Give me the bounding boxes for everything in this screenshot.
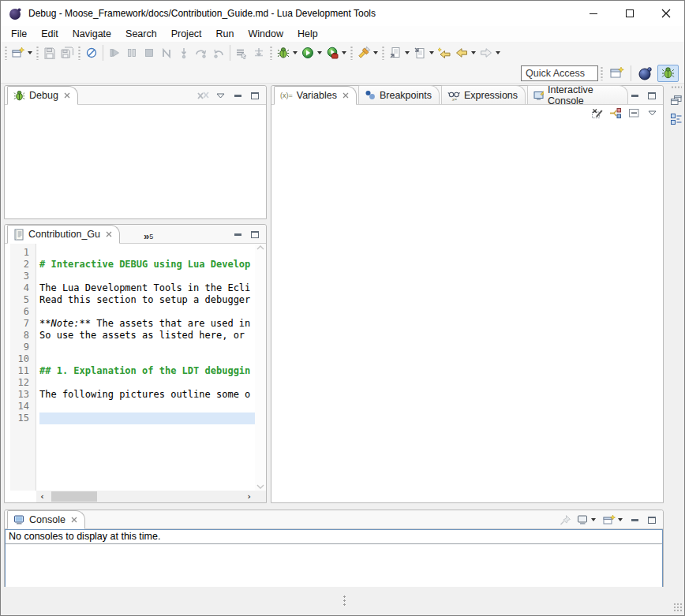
editor-line[interactable]: 4 The Lua Development Tools in the Ecli [5,282,255,294]
resume-button[interactable] [106,43,123,62]
toolbar-drag-handle[interactable] [269,46,273,60]
skip-all-breakpoints-button[interactable] [83,43,100,62]
quick-access-input[interactable] [521,65,598,81]
collapse-all-button[interactable] [627,107,640,118]
back-button[interactable] [453,43,477,62]
restore-views-button[interactable] [670,95,683,106]
tab-debug-view[interactable]: Debug [7,86,78,105]
menu-item[interactable]: Search [118,27,164,41]
scrollbar-track[interactable] [48,491,243,502]
editor-vertical-scrollbar[interactable] [255,244,266,491]
remove-all-terminated-button[interactable] [197,90,209,101]
lua-perspective-button[interactable] [634,65,656,82]
tab-contribution-guide[interactable]: Contribution_Gu [7,225,120,244]
menu-item[interactable]: Run [209,27,241,41]
console-message-area[interactable]: No consoles to display at this time. [5,529,663,588]
outline-view-button[interactable] [670,113,683,125]
show-type-names-button[interactable] [591,107,604,118]
menu-item[interactable]: Project [164,27,209,41]
close-window-button[interactable] [648,1,684,26]
editor-content[interactable]: 1 2 # Interactive DEBUG using Lua Develo… [5,244,266,502]
editor-line[interactable]: 10 [5,353,255,365]
debug-button[interactable] [275,43,299,62]
save-all-button[interactable] [58,43,76,62]
more-editors-indicator[interactable]: »5 [144,232,153,243]
editor-line[interactable]: 9 [5,342,255,353]
toolbar-drag-handle[interactable] [600,66,604,80]
editor-line[interactable]: 2 # Interactive DEBUG using Lua Develop [5,259,255,271]
statusbar-drag-handle[interactable] [343,595,346,607]
tab-variables[interactable]: (x)= Variables [274,86,357,105]
disconnect-button[interactable] [158,43,175,62]
editor-line[interactable]: 12 [5,377,255,389]
console-panel-content[interactable]: No consoles to display at this time. [5,529,663,588]
last-edit-location-button[interactable] [436,43,453,62]
editor-line[interactable]: 3 [5,271,255,282]
save-button[interactable] [41,43,58,62]
tab-interactive-console[interactable]: Interactive Console [527,85,628,104]
close-tab-button[interactable] [64,92,70,99]
minimize-view-button[interactable] [628,514,641,525]
run-button[interactable] [299,43,324,62]
scroll-left-icon[interactable]: ‹ [36,491,48,502]
maximize-window-button[interactable] [612,1,648,26]
previous-annotation-button[interactable] [411,43,436,62]
step-over-button[interactable] [193,43,210,62]
drop-to-frame-button[interactable] [250,43,268,62]
use-step-filters-button[interactable] [233,43,250,62]
editor-line[interactable]: 14 [5,401,255,413]
tab-expressions[interactable]: x= Expressions [441,85,526,104]
minimize-view-button[interactable] [231,90,244,101]
display-selected-console-button[interactable] [576,514,597,525]
editor-line[interactable]: 13 The following pictures outline some o [5,389,255,401]
pin-console-button[interactable] [559,514,571,525]
trim-drag-handle[interactable] [671,86,682,88]
minimize-view-button[interactable] [628,90,641,101]
menu-item[interactable]: Navigate [66,27,118,41]
open-perspective-button[interactable] [606,65,627,82]
menu-item[interactable]: Edit [34,27,66,41]
tab-console[interactable]: Console [7,510,85,529]
editor-line[interactable]: 8 So use the assets as listed here, or [5,330,255,342]
scrollbar-thumb[interactable] [51,491,97,502]
menu-item[interactable]: File [4,27,34,41]
next-annotation-button[interactable] [387,43,411,62]
maximize-view-button[interactable] [249,90,261,101]
view-menu-button[interactable] [214,90,226,101]
editor-line[interactable]: 7 **Note:** The assets that are used in [5,318,255,330]
view-menu-button[interactable] [646,107,658,118]
toolbar-drag-handle[interactable] [350,46,354,60]
maximize-view-button[interactable] [646,514,658,525]
maximize-view-button[interactable] [249,229,261,240]
resize-grip[interactable] [673,603,683,612]
menu-item[interactable]: Window [241,27,290,41]
variables-panel-content[interactable] [271,105,663,502]
step-return-button[interactable] [210,43,227,62]
toolbar-drag-handle[interactable] [4,46,8,60]
close-tab-button[interactable] [342,92,349,99]
tab-breakpoints[interactable]: Breakpoints [358,85,440,104]
close-tab-button[interactable] [71,517,77,523]
close-tab-button[interactable] [106,231,112,237]
new-wizard-button[interactable] [9,43,34,62]
maximize-view-button[interactable] [646,90,658,101]
external-tools-button[interactable] [324,43,348,62]
terminate-button[interactable] [140,43,158,62]
toolbar-drag-handle[interactable] [36,46,39,60]
open-console-button[interactable] [601,514,623,525]
editor-line[interactable]: 1 [5,247,255,259]
menu-item[interactable]: Help [290,27,325,41]
suspend-button[interactable] [123,43,140,62]
editor-line[interactable]: 5 Read this section to setup a debugger [5,294,255,306]
toolbar-drag-handle[interactable] [381,46,385,60]
search-button[interactable] [355,43,380,62]
debug-panel-content[interactable] [5,105,266,218]
minimize-view-button[interactable] [231,229,244,240]
toolbar-drag-handle[interactable] [77,46,81,60]
debug-perspective-button[interactable] [657,65,679,82]
show-logical-structure-button[interactable] [609,107,622,118]
forward-button[interactable] [477,43,502,62]
scroll-right-icon[interactable]: › [243,491,255,502]
editor-line[interactable]: 11 ## 1. Explanation of the LDT debuggin [5,365,255,377]
editor-line[interactable]: 6 [5,306,255,318]
